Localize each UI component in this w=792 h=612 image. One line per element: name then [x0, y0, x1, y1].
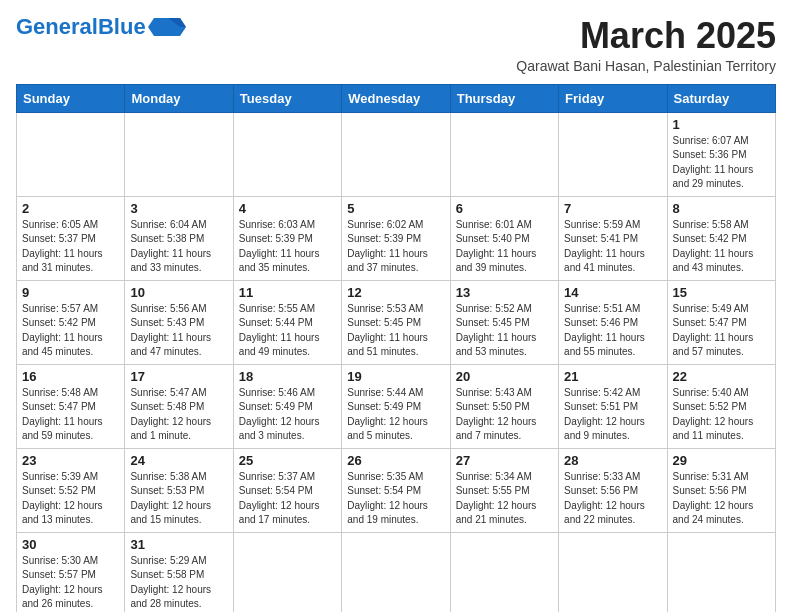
- day-info: Sunrise: 5:29 AM Sunset: 5:58 PM Dayligh…: [130, 554, 227, 612]
- day-number: 25: [239, 453, 336, 468]
- calendar-cell: 16Sunrise: 5:48 AM Sunset: 5:47 PM Dayli…: [17, 364, 125, 448]
- day-number: 28: [564, 453, 661, 468]
- calendar-cell: 25Sunrise: 5:37 AM Sunset: 5:54 PM Dayli…: [233, 448, 341, 532]
- calendar-cell: 5Sunrise: 6:02 AM Sunset: 5:39 PM Daylig…: [342, 196, 450, 280]
- page-header: GeneralBlue March 2025 Qarawat Bani Hasa…: [16, 16, 776, 74]
- logo-text: GeneralBlue: [16, 16, 146, 38]
- day-number: 16: [22, 369, 119, 384]
- day-number: 27: [456, 453, 553, 468]
- day-number: 24: [130, 453, 227, 468]
- day-number: 8: [673, 201, 770, 216]
- calendar-week-row: 2Sunrise: 6:05 AM Sunset: 5:37 PM Daylig…: [17, 196, 776, 280]
- day-number: 6: [456, 201, 553, 216]
- day-info: Sunrise: 6:01 AM Sunset: 5:40 PM Dayligh…: [456, 218, 553, 276]
- day-info: Sunrise: 5:51 AM Sunset: 5:46 PM Dayligh…: [564, 302, 661, 360]
- day-number: 29: [673, 453, 770, 468]
- day-number: 5: [347, 201, 444, 216]
- calendar-cell: 26Sunrise: 5:35 AM Sunset: 5:54 PM Dayli…: [342, 448, 450, 532]
- day-info: Sunrise: 5:33 AM Sunset: 5:56 PM Dayligh…: [564, 470, 661, 528]
- calendar-cell: 18Sunrise: 5:46 AM Sunset: 5:49 PM Dayli…: [233, 364, 341, 448]
- day-number: 7: [564, 201, 661, 216]
- calendar-week-row: 16Sunrise: 5:48 AM Sunset: 5:47 PM Dayli…: [17, 364, 776, 448]
- day-number: 31: [130, 537, 227, 552]
- weekday-header-wednesday: Wednesday: [342, 84, 450, 112]
- calendar-cell: 9Sunrise: 5:57 AM Sunset: 5:42 PM Daylig…: [17, 280, 125, 364]
- day-number: 1: [673, 117, 770, 132]
- day-info: Sunrise: 6:04 AM Sunset: 5:38 PM Dayligh…: [130, 218, 227, 276]
- calendar-table: SundayMondayTuesdayWednesdayThursdayFrid…: [16, 84, 776, 612]
- day-info: Sunrise: 5:35 AM Sunset: 5:54 PM Dayligh…: [347, 470, 444, 528]
- calendar-cell: 3Sunrise: 6:04 AM Sunset: 5:38 PM Daylig…: [125, 196, 233, 280]
- logo-icon: [148, 16, 186, 38]
- weekday-header-sunday: Sunday: [17, 84, 125, 112]
- day-info: Sunrise: 5:40 AM Sunset: 5:52 PM Dayligh…: [673, 386, 770, 444]
- day-info: Sunrise: 5:30 AM Sunset: 5:57 PM Dayligh…: [22, 554, 119, 612]
- calendar-cell: [233, 532, 341, 612]
- calendar-cell: [559, 532, 667, 612]
- day-number: 10: [130, 285, 227, 300]
- day-info: Sunrise: 5:59 AM Sunset: 5:41 PM Dayligh…: [564, 218, 661, 276]
- calendar-cell: [450, 532, 558, 612]
- calendar-cell: [559, 112, 667, 196]
- weekday-header-row: SundayMondayTuesdayWednesdayThursdayFrid…: [17, 84, 776, 112]
- day-number: 26: [347, 453, 444, 468]
- day-info: Sunrise: 5:31 AM Sunset: 5:56 PM Dayligh…: [673, 470, 770, 528]
- day-info: Sunrise: 5:49 AM Sunset: 5:47 PM Dayligh…: [673, 302, 770, 360]
- calendar-cell: 23Sunrise: 5:39 AM Sunset: 5:52 PM Dayli…: [17, 448, 125, 532]
- calendar-cell: 27Sunrise: 5:34 AM Sunset: 5:55 PM Dayli…: [450, 448, 558, 532]
- calendar-cell: 31Sunrise: 5:29 AM Sunset: 5:58 PM Dayli…: [125, 532, 233, 612]
- calendar-week-row: 30Sunrise: 5:30 AM Sunset: 5:57 PM Dayli…: [17, 532, 776, 612]
- day-number: 20: [456, 369, 553, 384]
- calendar-cell: 7Sunrise: 5:59 AM Sunset: 5:41 PM Daylig…: [559, 196, 667, 280]
- weekday-header-saturday: Saturday: [667, 84, 775, 112]
- calendar-cell: 14Sunrise: 5:51 AM Sunset: 5:46 PM Dayli…: [559, 280, 667, 364]
- day-number: 21: [564, 369, 661, 384]
- day-info: Sunrise: 5:39 AM Sunset: 5:52 PM Dayligh…: [22, 470, 119, 528]
- calendar-cell: 22Sunrise: 5:40 AM Sunset: 5:52 PM Dayli…: [667, 364, 775, 448]
- day-number: 14: [564, 285, 661, 300]
- calendar-week-row: 23Sunrise: 5:39 AM Sunset: 5:52 PM Dayli…: [17, 448, 776, 532]
- day-number: 23: [22, 453, 119, 468]
- calendar-cell: 19Sunrise: 5:44 AM Sunset: 5:49 PM Dayli…: [342, 364, 450, 448]
- calendar-cell: [342, 112, 450, 196]
- calendar-cell: 21Sunrise: 5:42 AM Sunset: 5:51 PM Dayli…: [559, 364, 667, 448]
- calendar-cell: 10Sunrise: 5:56 AM Sunset: 5:43 PM Dayli…: [125, 280, 233, 364]
- calendar-cell: 1Sunrise: 6:07 AM Sunset: 5:36 PM Daylig…: [667, 112, 775, 196]
- weekday-header-friday: Friday: [559, 84, 667, 112]
- calendar-cell: 28Sunrise: 5:33 AM Sunset: 5:56 PM Dayli…: [559, 448, 667, 532]
- calendar-cell: 8Sunrise: 5:58 AM Sunset: 5:42 PM Daylig…: [667, 196, 775, 280]
- day-number: 22: [673, 369, 770, 384]
- day-info: Sunrise: 5:53 AM Sunset: 5:45 PM Dayligh…: [347, 302, 444, 360]
- logo: GeneralBlue: [16, 16, 186, 38]
- day-number: 9: [22, 285, 119, 300]
- day-number: 30: [22, 537, 119, 552]
- calendar-cell: 12Sunrise: 5:53 AM Sunset: 5:45 PM Dayli…: [342, 280, 450, 364]
- day-info: Sunrise: 5:52 AM Sunset: 5:45 PM Dayligh…: [456, 302, 553, 360]
- calendar-cell: [667, 532, 775, 612]
- day-number: 4: [239, 201, 336, 216]
- calendar-week-row: 1Sunrise: 6:07 AM Sunset: 5:36 PM Daylig…: [17, 112, 776, 196]
- day-number: 18: [239, 369, 336, 384]
- weekday-header-thursday: Thursday: [450, 84, 558, 112]
- calendar-week-row: 9Sunrise: 5:57 AM Sunset: 5:42 PM Daylig…: [17, 280, 776, 364]
- day-info: Sunrise: 6:05 AM Sunset: 5:37 PM Dayligh…: [22, 218, 119, 276]
- day-info: Sunrise: 5:37 AM Sunset: 5:54 PM Dayligh…: [239, 470, 336, 528]
- calendar-cell: 15Sunrise: 5:49 AM Sunset: 5:47 PM Dayli…: [667, 280, 775, 364]
- weekday-header-tuesday: Tuesday: [233, 84, 341, 112]
- day-info: Sunrise: 5:55 AM Sunset: 5:44 PM Dayligh…: [239, 302, 336, 360]
- calendar-cell: [233, 112, 341, 196]
- calendar-cell: [450, 112, 558, 196]
- calendar-cell: 13Sunrise: 5:52 AM Sunset: 5:45 PM Dayli…: [450, 280, 558, 364]
- calendar-cell: [17, 112, 125, 196]
- calendar-cell: 29Sunrise: 5:31 AM Sunset: 5:56 PM Dayli…: [667, 448, 775, 532]
- day-info: Sunrise: 5:47 AM Sunset: 5:48 PM Dayligh…: [130, 386, 227, 444]
- calendar-cell: 20Sunrise: 5:43 AM Sunset: 5:50 PM Dayli…: [450, 364, 558, 448]
- day-number: 3: [130, 201, 227, 216]
- calendar-cell: 11Sunrise: 5:55 AM Sunset: 5:44 PM Dayli…: [233, 280, 341, 364]
- day-number: 12: [347, 285, 444, 300]
- calendar-cell: 6Sunrise: 6:01 AM Sunset: 5:40 PM Daylig…: [450, 196, 558, 280]
- day-info: Sunrise: 5:46 AM Sunset: 5:49 PM Dayligh…: [239, 386, 336, 444]
- logo-general: General: [16, 14, 98, 39]
- calendar-cell: 30Sunrise: 5:30 AM Sunset: 5:57 PM Dayli…: [17, 532, 125, 612]
- day-info: Sunrise: 5:56 AM Sunset: 5:43 PM Dayligh…: [130, 302, 227, 360]
